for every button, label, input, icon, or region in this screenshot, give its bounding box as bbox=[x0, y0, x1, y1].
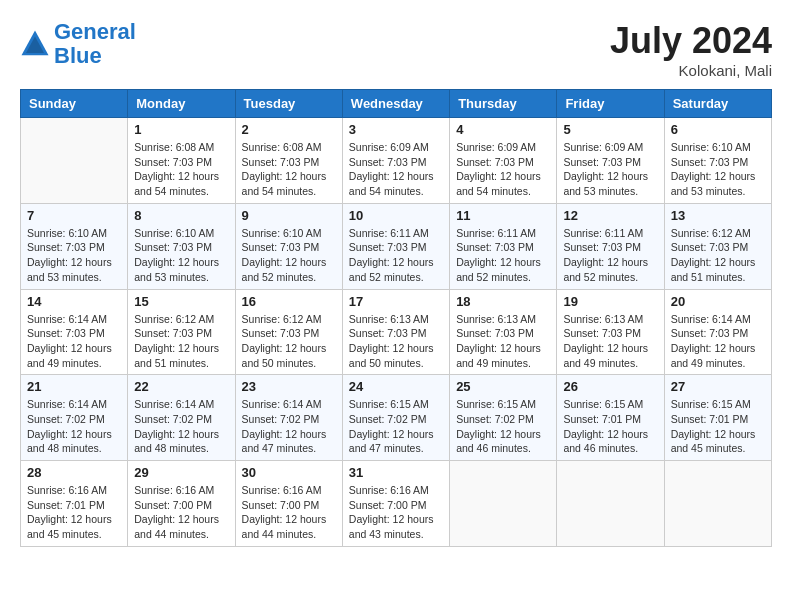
calendar-cell: 7Sunrise: 6:10 AM Sunset: 7:03 PM Daylig… bbox=[21, 203, 128, 289]
day-info: Sunrise: 6:10 AM Sunset: 7:03 PM Dayligh… bbox=[27, 226, 121, 285]
day-number: 20 bbox=[671, 294, 765, 309]
month-title: July 2024 bbox=[610, 20, 772, 62]
calendar-cell: 15Sunrise: 6:12 AM Sunset: 7:03 PM Dayli… bbox=[128, 289, 235, 375]
day-info: Sunrise: 6:15 AM Sunset: 7:02 PM Dayligh… bbox=[456, 397, 550, 456]
day-info: Sunrise: 6:15 AM Sunset: 7:01 PM Dayligh… bbox=[563, 397, 657, 456]
day-info: Sunrise: 6:12 AM Sunset: 7:03 PM Dayligh… bbox=[242, 312, 336, 371]
calendar-cell: 23Sunrise: 6:14 AM Sunset: 7:02 PM Dayli… bbox=[235, 375, 342, 461]
day-info: Sunrise: 6:14 AM Sunset: 7:02 PM Dayligh… bbox=[242, 397, 336, 456]
day-info: Sunrise: 6:16 AM Sunset: 7:00 PM Dayligh… bbox=[134, 483, 228, 542]
header-cell-tuesday: Tuesday bbox=[235, 90, 342, 118]
day-number: 8 bbox=[134, 208, 228, 223]
logo-text: General Blue bbox=[54, 20, 136, 68]
page-header: General Blue July 2024 Kolokani, Mali bbox=[20, 20, 772, 79]
day-number: 4 bbox=[456, 122, 550, 137]
day-info: Sunrise: 6:10 AM Sunset: 7:03 PM Dayligh… bbox=[242, 226, 336, 285]
day-info: Sunrise: 6:16 AM Sunset: 7:00 PM Dayligh… bbox=[349, 483, 443, 542]
day-number: 30 bbox=[242, 465, 336, 480]
day-info: Sunrise: 6:11 AM Sunset: 7:03 PM Dayligh… bbox=[456, 226, 550, 285]
header-row: SundayMondayTuesdayWednesdayThursdayFrid… bbox=[21, 90, 772, 118]
day-number: 29 bbox=[134, 465, 228, 480]
day-info: Sunrise: 6:09 AM Sunset: 7:03 PM Dayligh… bbox=[349, 140, 443, 199]
day-number: 5 bbox=[563, 122, 657, 137]
day-number: 3 bbox=[349, 122, 443, 137]
day-info: Sunrise: 6:08 AM Sunset: 7:03 PM Dayligh… bbox=[242, 140, 336, 199]
day-number: 17 bbox=[349, 294, 443, 309]
day-info: Sunrise: 6:11 AM Sunset: 7:03 PM Dayligh… bbox=[349, 226, 443, 285]
calendar-cell: 21Sunrise: 6:14 AM Sunset: 7:02 PM Dayli… bbox=[21, 375, 128, 461]
calendar-cell: 8Sunrise: 6:10 AM Sunset: 7:03 PM Daylig… bbox=[128, 203, 235, 289]
day-number: 19 bbox=[563, 294, 657, 309]
header-cell-sunday: Sunday bbox=[21, 90, 128, 118]
header-cell-wednesday: Wednesday bbox=[342, 90, 449, 118]
calendar-cell bbox=[21, 118, 128, 204]
calendar-cell: 6Sunrise: 6:10 AM Sunset: 7:03 PM Daylig… bbox=[664, 118, 771, 204]
calendar-cell bbox=[557, 461, 664, 547]
calendar-cell: 24Sunrise: 6:15 AM Sunset: 7:02 PM Dayli… bbox=[342, 375, 449, 461]
location: Kolokani, Mali bbox=[610, 62, 772, 79]
calendar-cell: 19Sunrise: 6:13 AM Sunset: 7:03 PM Dayli… bbox=[557, 289, 664, 375]
calendar-cell: 18Sunrise: 6:13 AM Sunset: 7:03 PM Dayli… bbox=[450, 289, 557, 375]
day-number: 11 bbox=[456, 208, 550, 223]
header-cell-saturday: Saturday bbox=[664, 90, 771, 118]
calendar-cell: 16Sunrise: 6:12 AM Sunset: 7:03 PM Dayli… bbox=[235, 289, 342, 375]
calendar-table: SundayMondayTuesdayWednesdayThursdayFrid… bbox=[20, 89, 772, 547]
calendar-cell: 28Sunrise: 6:16 AM Sunset: 7:01 PM Dayli… bbox=[21, 461, 128, 547]
day-number: 2 bbox=[242, 122, 336, 137]
day-number: 9 bbox=[242, 208, 336, 223]
day-info: Sunrise: 6:11 AM Sunset: 7:03 PM Dayligh… bbox=[563, 226, 657, 285]
calendar-cell: 30Sunrise: 6:16 AM Sunset: 7:00 PM Dayli… bbox=[235, 461, 342, 547]
day-number: 12 bbox=[563, 208, 657, 223]
day-number: 26 bbox=[563, 379, 657, 394]
day-number: 22 bbox=[134, 379, 228, 394]
calendar-cell: 2Sunrise: 6:08 AM Sunset: 7:03 PM Daylig… bbox=[235, 118, 342, 204]
day-info: Sunrise: 6:14 AM Sunset: 7:02 PM Dayligh… bbox=[134, 397, 228, 456]
calendar-week-2: 7Sunrise: 6:10 AM Sunset: 7:03 PM Daylig… bbox=[21, 203, 772, 289]
calendar-cell: 31Sunrise: 6:16 AM Sunset: 7:00 PM Dayli… bbox=[342, 461, 449, 547]
day-number: 16 bbox=[242, 294, 336, 309]
day-info: Sunrise: 6:13 AM Sunset: 7:03 PM Dayligh… bbox=[456, 312, 550, 371]
day-number: 18 bbox=[456, 294, 550, 309]
day-number: 24 bbox=[349, 379, 443, 394]
day-number: 15 bbox=[134, 294, 228, 309]
calendar-cell: 12Sunrise: 6:11 AM Sunset: 7:03 PM Dayli… bbox=[557, 203, 664, 289]
day-info: Sunrise: 6:09 AM Sunset: 7:03 PM Dayligh… bbox=[563, 140, 657, 199]
day-number: 14 bbox=[27, 294, 121, 309]
day-info: Sunrise: 6:14 AM Sunset: 7:03 PM Dayligh… bbox=[671, 312, 765, 371]
calendar-cell: 29Sunrise: 6:16 AM Sunset: 7:00 PM Dayli… bbox=[128, 461, 235, 547]
day-number: 7 bbox=[27, 208, 121, 223]
header-cell-monday: Monday bbox=[128, 90, 235, 118]
logo: General Blue bbox=[20, 20, 136, 68]
calendar-cell: 1Sunrise: 6:08 AM Sunset: 7:03 PM Daylig… bbox=[128, 118, 235, 204]
calendar-week-4: 21Sunrise: 6:14 AM Sunset: 7:02 PM Dayli… bbox=[21, 375, 772, 461]
day-info: Sunrise: 6:15 AM Sunset: 7:01 PM Dayligh… bbox=[671, 397, 765, 456]
day-number: 21 bbox=[27, 379, 121, 394]
day-number: 25 bbox=[456, 379, 550, 394]
header-cell-thursday: Thursday bbox=[450, 90, 557, 118]
day-info: Sunrise: 6:08 AM Sunset: 7:03 PM Dayligh… bbox=[134, 140, 228, 199]
day-number: 31 bbox=[349, 465, 443, 480]
day-info: Sunrise: 6:16 AM Sunset: 7:01 PM Dayligh… bbox=[27, 483, 121, 542]
day-number: 23 bbox=[242, 379, 336, 394]
calendar-cell: 4Sunrise: 6:09 AM Sunset: 7:03 PM Daylig… bbox=[450, 118, 557, 204]
calendar-week-1: 1Sunrise: 6:08 AM Sunset: 7:03 PM Daylig… bbox=[21, 118, 772, 204]
day-info: Sunrise: 6:12 AM Sunset: 7:03 PM Dayligh… bbox=[134, 312, 228, 371]
calendar-cell: 25Sunrise: 6:15 AM Sunset: 7:02 PM Dayli… bbox=[450, 375, 557, 461]
calendar-cell: 20Sunrise: 6:14 AM Sunset: 7:03 PM Dayli… bbox=[664, 289, 771, 375]
header-cell-friday: Friday bbox=[557, 90, 664, 118]
calendar-cell bbox=[664, 461, 771, 547]
day-info: Sunrise: 6:10 AM Sunset: 7:03 PM Dayligh… bbox=[671, 140, 765, 199]
day-number: 6 bbox=[671, 122, 765, 137]
calendar-cell: 5Sunrise: 6:09 AM Sunset: 7:03 PM Daylig… bbox=[557, 118, 664, 204]
day-number: 13 bbox=[671, 208, 765, 223]
calendar-week-3: 14Sunrise: 6:14 AM Sunset: 7:03 PM Dayli… bbox=[21, 289, 772, 375]
day-number: 28 bbox=[27, 465, 121, 480]
day-info: Sunrise: 6:14 AM Sunset: 7:03 PM Dayligh… bbox=[27, 312, 121, 371]
day-info: Sunrise: 6:09 AM Sunset: 7:03 PM Dayligh… bbox=[456, 140, 550, 199]
calendar-cell: 13Sunrise: 6:12 AM Sunset: 7:03 PM Dayli… bbox=[664, 203, 771, 289]
calendar-cell: 3Sunrise: 6:09 AM Sunset: 7:03 PM Daylig… bbox=[342, 118, 449, 204]
calendar-week-5: 28Sunrise: 6:16 AM Sunset: 7:01 PM Dayli… bbox=[21, 461, 772, 547]
day-info: Sunrise: 6:10 AM Sunset: 7:03 PM Dayligh… bbox=[134, 226, 228, 285]
day-info: Sunrise: 6:14 AM Sunset: 7:02 PM Dayligh… bbox=[27, 397, 121, 456]
calendar-cell bbox=[450, 461, 557, 547]
